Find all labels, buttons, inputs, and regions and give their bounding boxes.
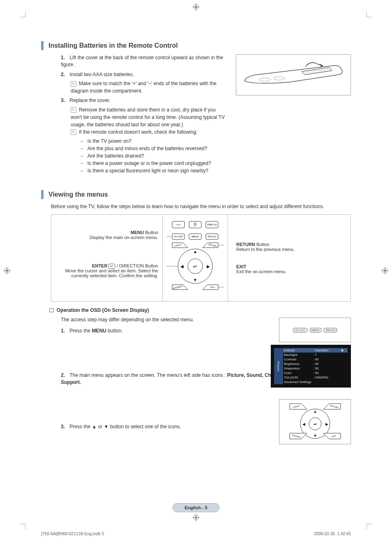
note-list: ✎Remove the batteries and store them in …	[61, 106, 228, 174]
osd-row-val: : 7	[312, 353, 341, 357]
callout-bold: MENU	[131, 230, 144, 235]
remote-menu-row-figure: CH LIST MENU FAV.CH	[279, 318, 351, 342]
step-number: 1.	[61, 54, 68, 61]
osd-row-val: : G50/R50	[312, 375, 341, 380]
step-text: Lift the cover at the back of the remote…	[61, 55, 223, 67]
note-icon: ✎	[71, 129, 76, 135]
step-text-pre: Press the	[69, 328, 92, 334]
section-title-text: Viewing the menus	[48, 191, 108, 198]
callout-suffix: Button	[144, 230, 158, 235]
section-title: Viewing the menus	[41, 190, 351, 199]
menu-btn: MENU	[191, 235, 199, 238]
osd-row-val: : 50	[312, 366, 341, 371]
osd-side-tab: Picture	[274, 348, 283, 384]
chlist-pill: CH LIST	[293, 328, 307, 332]
print-metadata: [750-NA]BN68-02111B-Eng.indb 5 2009-03-3…	[41, 532, 351, 536]
troubleshoot-list: Is the TV power on? Are the plus and min…	[71, 137, 228, 174]
step-text: Install two AAA size batteries.	[69, 72, 134, 77]
step-number: 2.	[61, 71, 68, 78]
remote-illustration	[240, 58, 346, 91]
step-text-bold: MENU	[92, 328, 106, 334]
exit-button-callout: EXIT Exit the on-screen menu.	[236, 264, 346, 274]
osd-subheading-text: Operation the OSD (On Screen Display)	[57, 307, 149, 313]
svg-text:▶: ▶	[325, 422, 328, 426]
square-bullet-icon	[49, 308, 53, 312]
step-text-post: button.	[106, 328, 123, 334]
step-number: 1.	[61, 327, 68, 334]
prech-btn: PRE-CH	[207, 223, 217, 226]
callout-desc: Display the main on-screen menu.	[90, 235, 158, 240]
title-accent-bar	[41, 41, 44, 50]
svg-text:↵: ↵	[313, 422, 317, 427]
note-text: Remove the batteries and store them in a…	[71, 107, 225, 128]
note-icon: ✎	[71, 107, 76, 113]
step-text-pre: The main menu appears on the screen. The…	[69, 372, 227, 378]
print-filename: [750-NA]BN68-02111B-Eng.indb 5	[41, 532, 104, 536]
osd-row-label: Advanced Settings	[283, 380, 348, 384]
osd-row-label: Contrast	[283, 357, 312, 362]
osd-row-label: Brightness	[283, 362, 312, 366]
remote-battery-figure	[236, 54, 351, 177]
section-intro: Before using the TV, follow the steps be…	[51, 203, 351, 210]
menu-pill: MENU	[310, 328, 322, 332]
section-installing-batteries: Installing Batteries in the Remote Contr…	[41, 41, 351, 177]
svg-text:▶: ▶	[207, 264, 210, 269]
svg-text:◀: ◀	[180, 264, 184, 269]
chlist-btn: CH LIST	[173, 235, 183, 238]
osd-row-label: Sharpness	[283, 366, 312, 371]
osd-mode-label: Mode	[286, 348, 295, 352]
osd-mode-val: : Standard	[312, 348, 341, 353]
step-text: Press the ▲ or ▼ button to select one of…	[69, 424, 181, 430]
callout-suffix: Button	[255, 242, 270, 247]
remote-center-figure: — 0 PRE-CH CH LIST MENU FAV.CH TOOLS RET…	[162, 215, 228, 301]
check-item: Is the TV power on?	[81, 137, 228, 145]
print-timestamp: 2009-03-30 ￼￼ 1:42:45	[314, 532, 351, 536]
step-number: 3.	[61, 97, 68, 104]
install-steps-list: 1. Lift the cover at the back of the rem…	[41, 54, 228, 174]
enter-center-icon: ↵	[193, 264, 197, 269]
section-title-text: Installing Batteries in the Remote Contr…	[48, 42, 178, 49]
check-item: Are the plus and minus ends of the batte…	[81, 145, 228, 152]
osd-row-label: Tint (G/R)	[283, 375, 312, 380]
osd-menu-screenshot: Picture ◂ Mode: Standard▶ Backlight: 7 C…	[271, 345, 351, 388]
svg-text:▼: ▼	[313, 434, 317, 438]
dpad-figure: TOOLS RETURN ↵ ▲ ▼ ◀ ▶ INTERNET EXIT	[279, 399, 351, 444]
note-icon: ✎	[71, 81, 76, 87]
osd-subheading: Operation the OSD (On Screen Display)	[49, 307, 351, 313]
callout-bold: EXIT	[236, 264, 246, 269]
callout-desc: Exit the on-screen menu.	[236, 269, 286, 274]
note-text: Make sure to match the '+' and '–' ends …	[71, 81, 217, 94]
zero-btn: 0	[194, 222, 196, 227]
page-footer: English - 5	[0, 503, 392, 512]
osd-row-val: : 50	[312, 371, 341, 375]
osd-row-label: Color	[283, 371, 312, 375]
svg-text:▲: ▲	[193, 249, 197, 254]
minus-btn: —	[176, 222, 181, 227]
enter-button-callout: ENTER ↵ / DIRECTION Button Move the curs…	[55, 263, 158, 278]
osd-row-val: : 95	[312, 357, 341, 362]
title-accent-bar	[41, 190, 44, 199]
svg-text:◀: ◀	[302, 422, 305, 426]
svg-text:▼: ▼	[193, 278, 197, 282]
remote-nav-diagram: MENU Button Display the main on-screen m…	[51, 214, 351, 302]
callout-bold: ENTER	[92, 263, 107, 268]
favch-btn: FAV.CH	[208, 235, 217, 238]
page-indicator: English - 5	[173, 503, 219, 512]
check-item: Are the batteries drained?	[81, 152, 228, 160]
check-item: Is there a power outage or is the power …	[81, 160, 228, 167]
note-list: ✎Make sure to match the '+' and '–' ends…	[61, 80, 228, 95]
callout-desc: Return to the previous menu.	[236, 247, 295, 252]
section-viewing-menus: Viewing the menus Before using the TV, f…	[41, 190, 351, 430]
return-button-callout: RETURN Button Return to the previous men…	[236, 242, 346, 252]
callout-suffix: / DIRECTION Button	[117, 263, 158, 268]
step-text: Replace the cover.	[69, 98, 110, 103]
note-text: If the remote control doesn't work, chec…	[79, 129, 197, 135]
osd-arrow: ▶	[341, 348, 348, 353]
section-title: Installing Batteries in the Remote Contr…	[41, 41, 351, 50]
registration-mark-bottom	[192, 514, 200, 521]
svg-text:▲: ▲	[313, 409, 317, 413]
favch-pill: FAV.CH	[324, 328, 337, 332]
step-number: 2.	[61, 372, 68, 379]
callout-bold: RETURN	[236, 242, 255, 247]
menu-button-callout: MENU Button Display the main on-screen m…	[55, 230, 158, 240]
